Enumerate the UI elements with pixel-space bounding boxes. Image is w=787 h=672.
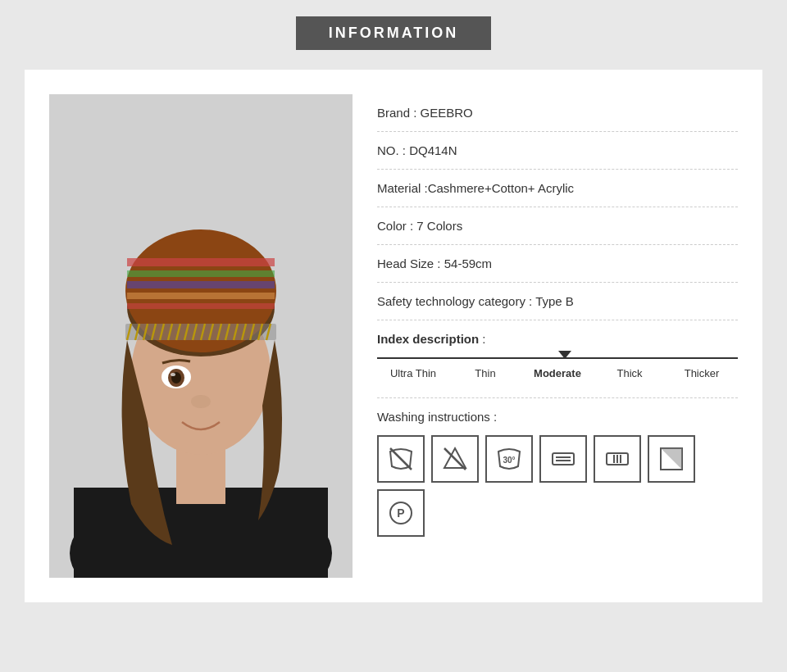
safety-label: Safety technology category : Type B — [377, 294, 574, 308]
dry-clean-icon — [648, 435, 695, 483]
index-title: Index description : — [377, 332, 738, 346]
svg-point-35 — [191, 395, 211, 408]
scale-arrow — [558, 351, 571, 359]
main-card: Brand : GEEBRO NO. : DQ414N Material :Ca… — [25, 70, 762, 602]
svg-rect-40 — [553, 453, 574, 465]
color-label: Color : 7 Colors — [377, 219, 462, 233]
no-row: NO. : DQ414N — [377, 132, 738, 170]
hang-dry-icon — [594, 435, 641, 483]
do-not-wash-icon — [377, 435, 425, 483]
washing-icons: 30° — [377, 435, 738, 537]
svg-text:P: P — [397, 506, 404, 520]
no-label: NO. : DQ414N — [377, 143, 457, 157]
svg-rect-11 — [127, 303, 275, 309]
head-size-row: Head Size : 54-59cm — [377, 245, 738, 283]
brand-label: Brand : GEEBRO — [377, 106, 473, 120]
svg-marker-48 — [661, 448, 682, 470]
wash-30-icon: 30° — [485, 435, 533, 483]
thickness-scale: Ultra Thin Thin Moderate Thick Thicker — [377, 357, 738, 383]
material-label: Material :Cashmere+Cotton+ Acrylic — [377, 181, 574, 195]
do-not-tumble-icon — [539, 435, 587, 483]
product-info: Brand : GEEBRO NO. : DQ414N Material :Ca… — [377, 94, 738, 578]
page-title: INFORMATION — [296, 16, 492, 50]
svg-line-38 — [444, 448, 466, 470]
scale-thicker: Thicker — [666, 367, 738, 379]
do-not-bleach-icon — [431, 435, 479, 483]
svg-rect-8 — [127, 270, 275, 277]
page-wrapper: INFORMATION — [0, 0, 787, 672]
index-section: Index description : Ultra Thin Thin Mode… — [377, 320, 738, 398]
svg-text:30°: 30° — [503, 456, 515, 465]
product-image — [49, 94, 353, 578]
scale-line — [377, 357, 738, 359]
svg-point-34 — [171, 373, 175, 376]
index-title-bold: Index description — [377, 332, 479, 346]
material-row: Material :Cashmere+Cotton+ Acrylic — [377, 170, 738, 207]
safety-row: Safety technology category : Type B — [377, 283, 738, 320]
washing-section: Washing instructions : — [377, 398, 738, 537]
color-row: Color : 7 Colors — [377, 207, 738, 245]
scale-labels: Ultra Thin Thin Moderate Thick Thicker — [377, 364, 738, 383]
washing-title: Washing instructions : — [377, 410, 738, 424]
svg-rect-10 — [127, 293, 275, 299]
scale-ultra-thin: Ultra Thin — [377, 367, 449, 379]
brand-row: Brand : GEEBRO — [377, 94, 738, 132]
scale-moderate: Moderate — [521, 367, 594, 379]
head-size-label: Head Size : 54-59cm — [377, 257, 492, 270]
dry-clean-p-icon: P — [377, 489, 425, 537]
scale-thin: Thin — [449, 367, 521, 379]
svg-rect-9 — [127, 281, 275, 288]
svg-rect-7 — [127, 258, 275, 266]
index-title-colon: : — [479, 332, 485, 346]
scale-thick: Thick — [594, 367, 666, 379]
